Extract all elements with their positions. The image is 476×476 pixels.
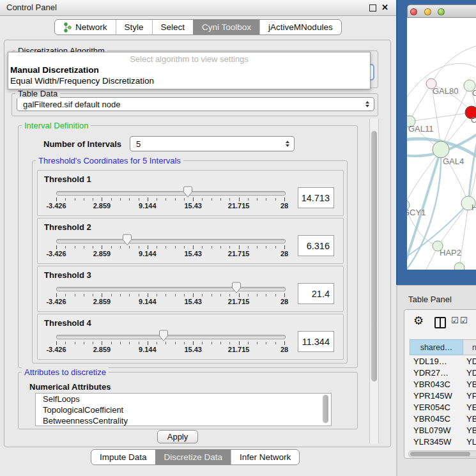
slider-tick	[56, 245, 57, 249]
slider-tick	[184, 342, 185, 344]
network-canvas[interactable]: GAL80G.CGAL11GAL4GCY1HHAP2	[407, 18, 476, 270]
slider-tick	[220, 198, 221, 201]
network-window-titlebar[interactable]	[407, 4, 476, 18]
threshold-slider-thumb[interactable]	[122, 234, 132, 246]
slider-tick-label: 2.859	[93, 202, 111, 210]
slider-tick-label: 15.43	[184, 298, 202, 305]
numerical-attributes-list[interactable]: SelfLoopsTopologicalCoefficientBetweenne…	[35, 393, 332, 426]
threshold-label: Threshold 1	[44, 174, 91, 184]
table-row[interactable]: YDR27…YDR2	[410, 367, 476, 379]
threshold-panel: Threshold 2 6.316 -3.4262.8599.14415.432…	[37, 218, 344, 264]
tab-network[interactable]: Network	[55, 20, 116, 35]
threshold-value-field[interactable]: 11.344	[298, 331, 334, 352]
close-traffic-light-icon[interactable]	[410, 8, 417, 15]
slider-tick	[175, 246, 176, 249]
close-icon[interactable]: ✕	[381, 3, 388, 12]
slider-tick-label: 28	[280, 250, 288, 257]
main-scrollbar-thumb[interactable]	[371, 131, 377, 381]
slider-tick	[211, 198, 212, 201]
slider-tick	[284, 245, 285, 249]
threshold-label: Threshold 3	[44, 270, 91, 280]
gear-icon[interactable]: ⚙	[413, 314, 424, 328]
bottom-tab-impute-data[interactable]: Impute Data	[91, 450, 155, 464]
slider-tick-label: 28	[280, 202, 288, 210]
bottom-tab-discretize-data[interactable]: Discretize Data	[155, 450, 231, 464]
zoom-traffic-light-icon[interactable]	[438, 8, 445, 15]
thresholds-group-title: Threshold's Coordinates for 5 Intervals	[36, 156, 183, 165]
tab-style[interactable]: Style	[116, 20, 152, 35]
column-header-shared-name[interactable]: shared…	[410, 339, 463, 355]
column-header-name[interactable]: n…	[463, 339, 476, 355]
control-panel-title: Control Panel	[6, 3, 57, 12]
table-data-group-title: Table Data	[15, 89, 60, 98]
table-row[interactable]: YBL079WYBL0	[410, 425, 476, 436]
slider-tick	[120, 342, 121, 344]
slider-tick	[93, 294, 93, 296]
slider-tick	[266, 198, 266, 201]
network-node[interactable]	[433, 141, 449, 158]
slider-tick	[120, 294, 121, 296]
threshold-slider-track[interactable]	[56, 287, 286, 291]
table-row[interactable]: YER054CYER0	[410, 402, 476, 413]
checkbox-icon[interactable]: ☑	[451, 316, 459, 325]
network-graph: GAL80G.CGAL11GAL4GCY1HHAP2	[407, 18, 476, 270]
threshold-slider-thumb[interactable]	[158, 330, 169, 342]
cell-name: YER0	[466, 402, 476, 413]
minimize-traffic-light-icon[interactable]	[424, 8, 431, 15]
threshold-slider-track[interactable]	[56, 335, 286, 339]
bottom-tab-infer-network[interactable]: Infer Network	[231, 450, 299, 464]
slider-tick	[257, 198, 257, 201]
tab-jactivemnodules[interactable]: jActiveMNodules	[259, 20, 341, 35]
slider-tick	[165, 198, 166, 201]
checkbox-icon[interactable]: ☑	[460, 316, 468, 325]
slider-tick	[93, 246, 93, 249]
network-node-label: GCY1	[407, 208, 426, 217]
table-row[interactable]: YBR045CYBR0	[410, 413, 476, 425]
slider-tick-label: 2.859	[93, 346, 111, 353]
table-horizontal-scrollbar[interactable]	[408, 450, 476, 457]
attribute-list-item[interactable]: SelfLoops	[36, 394, 331, 404]
table-horizontal-scrollbar-thumb[interactable]	[410, 452, 470, 456]
threshold-value-field[interactable]: 21.4	[298, 283, 334, 304]
attribute-list-item[interactable]: TopologicalCoefficient	[36, 404, 331, 415]
main-scrollbar-track[interactable]	[369, 119, 379, 443]
algorithm-option-manual[interactable]: Manual Discretization	[10, 65, 99, 75]
attributes-group-title: Attributes to discretize	[22, 367, 109, 377]
number-of-intervals-combo[interactable]: 5	[130, 136, 295, 151]
slider-tick	[248, 294, 249, 296]
slider-tick	[275, 198, 276, 201]
interval-definition-group-title: Interval Definition	[22, 121, 91, 130]
table-row[interactable]: YPR145WYPR1	[410, 390, 476, 402]
threshold-value-field[interactable]: 14.713	[298, 187, 334, 208]
threshold-slider-thumb[interactable]	[183, 186, 193, 198]
slider-tick-label: 15.43	[184, 250, 202, 257]
attributes-list-scrollbar-thumb[interactable]	[323, 395, 328, 423]
cell-shared-name: YBR043C	[413, 379, 450, 390]
split-table-icon[interactable]	[434, 317, 446, 328]
table-row[interactable]: YDL19…YDL1	[410, 356, 476, 367]
slider-tick	[239, 341, 240, 345]
algorithm-option-equal-width[interactable]: Equal Width/Frequency Discretization	[10, 76, 154, 86]
tab-select[interactable]: Select	[152, 20, 194, 35]
threshold-value-field[interactable]: 6.316	[298, 235, 334, 256]
network-node-label: H	[472, 203, 476, 212]
tab-cyni-toolbox[interactable]: Cyni Toolbox	[193, 20, 259, 35]
slider-tick	[257, 342, 257, 344]
table-row[interactable]: YLR345WYLR3	[410, 436, 476, 448]
slider-tick-label: 21.715	[228, 298, 250, 305]
float-window-icon[interactable]	[369, 4, 376, 12]
slider-tick	[102, 245, 102, 249]
threshold-slider-track[interactable]	[56, 239, 286, 243]
attribute-list-item[interactable]: BetweennessCentrality	[36, 415, 331, 426]
slider-tick	[257, 294, 257, 296]
slider-tick	[193, 197, 194, 201]
slider-tick	[56, 293, 57, 297]
table-data-combo[interactable]: galFiltered.sif default node	[17, 97, 374, 111]
threshold-slider-thumb[interactable]	[231, 282, 242, 294]
network-node[interactable]	[454, 263, 464, 270]
apply-button[interactable]: Apply	[157, 430, 198, 443]
threshold-slider-track[interactable]	[56, 191, 286, 196]
slider-tick-label: 21.715	[228, 250, 250, 257]
table-row[interactable]: YBR043CYBR0	[410, 379, 476, 390]
slider-tick-label: 9.144	[139, 346, 157, 353]
